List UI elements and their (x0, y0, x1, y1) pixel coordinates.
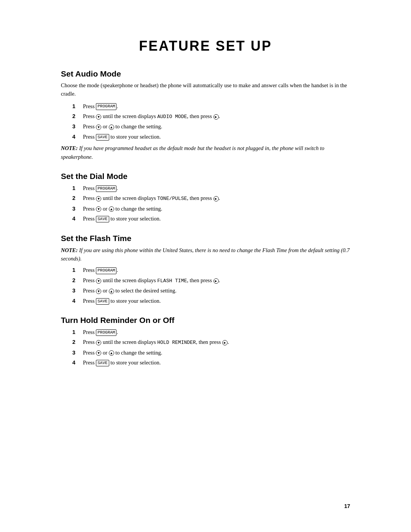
down-arrow-icon: ▼ (96, 206, 101, 212)
section-hold-reminder: Turn Hold Reminder On or Off 1 Press PRO… (61, 316, 350, 367)
step-content: Press PROGRAM. (83, 328, 350, 336)
step-number: 4 (72, 358, 81, 367)
step: 2 Press ▼ until the screen displays FLAS… (72, 276, 350, 285)
hold-reminder-steps: 1 Press PROGRAM. 2 Press ▼ until the scr… (72, 328, 350, 367)
page-title: FEATURE SET UP (61, 38, 350, 54)
step-content: Press ▼ until the screen displays AUDIO … (83, 112, 350, 121)
step-content: Press ▼ or ▲ to select the desired setti… (83, 286, 350, 295)
step: 2 Press ▼ until the screen displays HOLD… (72, 338, 350, 347)
step-number: 2 (72, 276, 81, 284)
program-key: PROGRAM (96, 329, 116, 336)
audio-mode-note: NOTE: If you have programmed headset as … (61, 144, 350, 161)
page: FEATURE SET UP Set Audio Mode Choose the… (0, 0, 411, 532)
step-number: 2 (72, 194, 81, 202)
up-arrow-icon: ▲ (109, 206, 114, 212)
step-content: Press SAVE to store your selection. (83, 133, 350, 141)
right-arrow-icon: ► (213, 114, 219, 120)
step-number: 3 (72, 122, 81, 131)
save-key: SAVE (96, 360, 109, 366)
step-number: 1 (72, 102, 81, 110)
step-number: 1 (72, 184, 81, 192)
section-flash-time: Set the Flash Time NOTE: If you are usin… (61, 234, 350, 305)
page-number: 17 (344, 503, 350, 509)
step: 1 Press PROGRAM. (72, 328, 350, 336)
step-number: 4 (72, 133, 81, 141)
up-arrow-icon: ▲ (109, 289, 114, 294)
section-dial-mode: Set the Dial Mode 1 Press PROGRAM. 2 Pre… (61, 172, 350, 223)
program-key: PROGRAM (96, 185, 116, 192)
down-arrow-icon: ▼ (96, 196, 101, 201)
screen-text: HOLD REMINDER (157, 340, 196, 345)
step-content: Press PROGRAM. (83, 102, 350, 110)
step: 4 Press SAVE to store your selection. (72, 297, 350, 305)
flash-time-steps: 1 Press PROGRAM. 2 Press ▼ until the scr… (72, 266, 350, 305)
section-audio-mode-intro: Choose the mode (speakerphone or headset… (61, 81, 350, 98)
step-content: Press SAVE to store your selection. (83, 214, 350, 223)
screen-text: AUDIO MODE (157, 114, 187, 120)
step-content: Press PROGRAM. (83, 184, 350, 192)
save-key: SAVE (96, 216, 109, 222)
step: 1 Press PROGRAM. (72, 102, 350, 110)
screen-text: TONE/PULSE (157, 196, 187, 201)
step-content: Press ▼ or ▲ to change the setting. (83, 122, 350, 131)
audio-mode-steps: 1 Press PROGRAM. 2 Press ▼ until the scr… (72, 102, 350, 141)
step: 2 Press ▼ until the screen displays AUDI… (72, 112, 350, 121)
section-audio-mode: Set Audio Mode Choose the mode (speakerp… (61, 69, 350, 161)
step-content: Press ▼ until the screen displays FLASH … (83, 276, 350, 285)
section-audio-mode-title: Set Audio Mode (61, 69, 350, 78)
step-content: Press ▼ or ▲ to change the setting. (83, 348, 350, 357)
step-number: 2 (72, 338, 81, 346)
down-arrow-icon: ▼ (96, 114, 101, 120)
program-key: PROGRAM (96, 103, 116, 110)
down-arrow-icon: ▼ (96, 350, 101, 356)
step-number: 2 (72, 112, 81, 120)
step-content: Press ▼ until the screen displays HOLD R… (83, 338, 350, 347)
step: 4 Press SAVE to store your selection. (72, 133, 350, 141)
right-arrow-icon: ► (213, 196, 219, 201)
step-number: 3 (72, 348, 81, 357)
section-dial-mode-title: Set the Dial Mode (61, 172, 350, 181)
program-key: PROGRAM (96, 267, 116, 274)
dial-mode-steps: 1 Press PROGRAM. 2 Press ▼ until the scr… (72, 184, 350, 223)
right-arrow-icon: ► (213, 278, 219, 284)
step-number: 1 (72, 328, 81, 336)
step-content: Press SAVE to store your selection. (83, 358, 350, 367)
step: 2 Press ▼ until the screen displays TONE… (72, 194, 350, 203)
step: 3 Press ▼ or ▲ to change the setting. (72, 348, 350, 357)
down-arrow-icon: ▼ (96, 289, 101, 294)
down-arrow-icon: ▼ (96, 278, 101, 284)
save-key: SAVE (96, 134, 109, 141)
flash-time-note: NOTE: If you are using this phone within… (61, 246, 350, 263)
step-content: Press PROGRAM. (83, 266, 350, 274)
step: 4 Press SAVE to store your selection. (72, 358, 350, 367)
step-number: 4 (72, 214, 81, 223)
step: 3 Press ▼ or ▲ to change the setting. (72, 122, 350, 131)
up-arrow-icon: ▲ (109, 350, 114, 356)
right-arrow-icon: ► (222, 340, 228, 345)
step-content: Press SAVE to store your selection. (83, 297, 350, 305)
step-number: 3 (72, 286, 81, 295)
step: 1 Press PROGRAM. (72, 184, 350, 192)
section-flash-time-title: Set the Flash Time (61, 234, 350, 243)
section-hold-reminder-title: Turn Hold Reminder On or Off (61, 316, 350, 325)
step: 3 Press ▼ or ▲ to change the setting. (72, 204, 350, 213)
step: 4 Press SAVE to store your selection. (72, 214, 350, 223)
step-content: Press ▼ or ▲ to change the setting. (83, 204, 350, 213)
step: 1 Press PROGRAM. (72, 266, 350, 274)
save-key: SAVE (96, 298, 109, 305)
step-number: 1 (72, 266, 81, 274)
down-arrow-icon: ▼ (96, 125, 101, 130)
down-arrow-icon: ▼ (96, 340, 101, 345)
step: 3 Press ▼ or ▲ to select the desired set… (72, 286, 350, 295)
step-content: Press ▼ until the screen displays TONE/P… (83, 194, 350, 203)
up-arrow-icon: ▲ (109, 125, 114, 130)
step-number: 3 (72, 204, 81, 213)
screen-text: FLASH TIME (157, 278, 187, 284)
step-number: 4 (72, 297, 81, 305)
